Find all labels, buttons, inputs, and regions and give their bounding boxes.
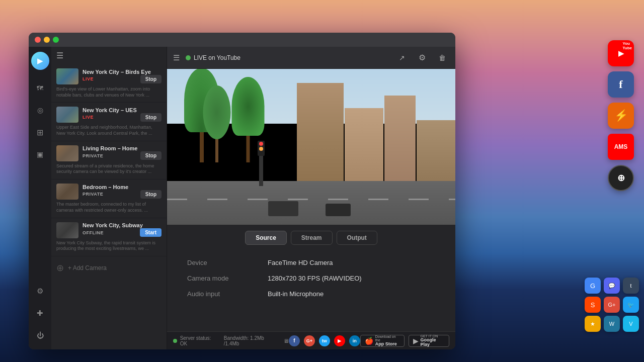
- video-panel: ☰ LIVE on YouTube ↗ ⚙ 🗑: [167, 47, 455, 349]
- camera-info: New York City – UES LIVE Stop: [83, 107, 162, 123]
- audio-input-label: Audio input: [187, 290, 268, 298]
- stop-button[interactable]: Stop: [140, 113, 162, 122]
- status-badge: Private: [83, 153, 103, 158]
- sidebar-icon-monitor[interactable]: ▣: [31, 145, 49, 163]
- stop-button[interactable]: Stop: [140, 190, 162, 199]
- mini-s-icon[interactable]: S: [585, 297, 601, 313]
- mini-app-dock: G 💬 t S G+ 🐦 ★ W V: [585, 278, 639, 332]
- store-badges: 🍎 Download on the App Store ▶ GET IT ON …: [360, 335, 449, 347]
- facebook-social-icon[interactable]: f: [289, 335, 300, 346]
- bandwidth-text: Bandwidth: 1.2Mb /1.4Mb: [224, 335, 278, 346]
- monitor-icon: 🖥: [283, 338, 289, 344]
- video-stream: [167, 69, 455, 225]
- camera-item[interactable]: New York City – Birds Eye LIVE Stop Bird…: [51, 64, 167, 103]
- camera-description: Upper East Side and neighborhood, Manhat…: [56, 125, 162, 136]
- google-play-badge[interactable]: ▶ GET IT ON Google Play: [409, 335, 450, 347]
- minimize-button[interactable]: [44, 37, 50, 43]
- mini-yellow-icon[interactable]: ★: [585, 316, 601, 332]
- mini-wordpress-icon[interactable]: W: [604, 316, 620, 332]
- app-logo[interactable]: ▶: [31, 52, 49, 70]
- status-indicator-dot: [173, 339, 177, 343]
- camera-thumbnail: [56, 184, 78, 200]
- stop-button[interactable]: Stop: [140, 75, 162, 83]
- sidebar-icon-plus[interactable]: ✚: [31, 304, 49, 322]
- mini-tumblr-icon[interactable]: t: [623, 278, 639, 294]
- server-status: Server status: OK Bandwidth: 1.2Mb /1.4M…: [173, 335, 289, 346]
- traffic-lights: [35, 37, 59, 43]
- mini-gplus-icon[interactable]: G+: [604, 297, 620, 313]
- share-icon[interactable]: ↗: [395, 51, 409, 65]
- sidebar-icon-location[interactable]: ◎: [31, 101, 49, 119]
- trash-icon[interactable]: 🗑: [435, 51, 449, 65]
- camera-info: New York City, Subway Offline Start: [83, 222, 162, 238]
- maximize-button[interactable]: [53, 37, 59, 43]
- ams-app-icon[interactable]: AMS: [608, 134, 634, 160]
- stop-button[interactable]: Stop: [140, 151, 162, 160]
- toolbar-right: ↗ ⚙ 🗑: [395, 51, 449, 65]
- sso-tabs: Source Stream Output: [167, 225, 455, 251]
- youtube-app-icon[interactable]: ▶ YouTube: [608, 40, 634, 66]
- google-play-big-text: Google Play: [421, 338, 445, 347]
- facebook-app-icon[interactable]: f: [608, 71, 634, 98]
- title-bar: [29, 33, 455, 47]
- camera-item[interactable]: Bedroom – Home Private Stop The master b…: [51, 179, 167, 218]
- stream-tab[interactable]: Stream: [291, 231, 333, 245]
- mini-vimeo-icon[interactable]: V: [623, 316, 639, 332]
- camera-thumbnail: [56, 68, 78, 84]
- live-status-dot: [186, 55, 191, 60]
- lightning-app-icon[interactable]: ⚡: [608, 103, 634, 129]
- sidebar-icon-grid[interactable]: ⊞: [31, 123, 49, 141]
- linkedin-social-icon[interactable]: in: [349, 335, 360, 346]
- camera-description: Bird's-eye view of Lower Manhattan, zoom…: [56, 86, 162, 98]
- main-content: ▶ 🗺 ◎ ⊞ ▣ ⚙ ✚ ⏻ ☰ New York City – Birds …: [29, 47, 455, 349]
- add-camera-label: + Add Camera: [68, 264, 107, 272]
- camera-name: Bedroom – Home: [83, 184, 162, 190]
- add-camera-button[interactable]: ⊕ + Add Camera: [51, 256, 167, 280]
- audio-input-row: Audio input Built-in Microphone: [187, 290, 435, 298]
- twitter-social-icon[interactable]: tw: [319, 335, 330, 346]
- status-badge: Offline: [83, 230, 104, 235]
- hamburger-icon[interactable]: ☰: [56, 51, 63, 60]
- source-tab[interactable]: Source: [245, 231, 287, 245]
- social-icons: f G+ tw ▶ in: [289, 335, 360, 346]
- menu-icon[interactable]: ☰: [173, 53, 180, 62]
- app-store-small-text: Download on the: [375, 335, 400, 342]
- status-badge: LIVE: [83, 115, 94, 120]
- sniper-app-icon[interactable]: ⊕: [608, 165, 634, 191]
- google-plus-social-icon[interactable]: G+: [304, 335, 315, 346]
- icon-sidebar: ▶ 🗺 ◎ ⊞ ▣ ⚙ ✚ ⏻: [29, 47, 51, 349]
- camera-mode-value: 644x362 30 FPS (RAWVIDEO): [268, 275, 362, 282]
- camera-description: New York City Subway, the rapid transit …: [56, 240, 162, 252]
- live-status-text: LIVE on YouTube: [194, 54, 240, 61]
- camera-name: New York City – UES: [83, 107, 162, 113]
- camera-name: New York City, Subway: [83, 222, 162, 228]
- sidebar-icon-map[interactable]: 🗺: [31, 79, 49, 97]
- toolbar-left: ☰: [173, 53, 180, 62]
- mini-chat-icon[interactable]: 💬: [604, 278, 620, 294]
- camera-list-panel: ☰ New York City – Birds Eye LIVE Stop Bi…: [51, 47, 167, 349]
- camera-name: Living Room – Home: [83, 145, 162, 151]
- start-button[interactable]: Start: [140, 228, 162, 237]
- camera-item[interactable]: New York City – UES LIVE Stop Upper East…: [51, 103, 167, 141]
- camera-mode-label: Camera mode: [187, 275, 268, 282]
- camera-description: Secured stream of a private residence, t…: [56, 163, 162, 175]
- close-button[interactable]: [35, 37, 41, 43]
- mini-twitter-icon[interactable]: 🐦: [623, 297, 639, 313]
- sidebar-icon-power[interactable]: ⏻: [31, 326, 49, 344]
- youtube-social-icon[interactable]: ▶: [334, 335, 345, 346]
- app-window: ▶ 🗺 ◎ ⊞ ▣ ⚙ ✚ ⏻ ☰ New York City – Birds …: [29, 33, 455, 349]
- camera-item[interactable]: New York City, Subway Offline Start New …: [51, 218, 167, 256]
- device-value: FaceTime HD Camera: [268, 259, 333, 266]
- status-badge: LIVE: [83, 76, 94, 81]
- camera-mode-row: Camera mode 644x362 30 FPS (RAWVIDEO): [187, 275, 435, 282]
- status-bar: Server status: OK Bandwidth: 1.2Mb /1.4M…: [167, 331, 455, 349]
- output-tab[interactable]: Output: [337, 231, 377, 245]
- settings-icon[interactable]: ⚙: [415, 51, 429, 65]
- live-indicator: LIVE on YouTube: [186, 54, 240, 61]
- mini-google-icon[interactable]: G: [585, 278, 601, 294]
- app-store-badge[interactable]: 🍎 Download on the App Store: [360, 335, 405, 347]
- sidebar-icon-settings[interactable]: ⚙: [31, 282, 49, 300]
- top-toolbar: ☰ LIVE on YouTube ↗ ⚙ 🗑: [167, 47, 455, 69]
- camera-item[interactable]: Living Room – Home Private Stop Secured …: [51, 141, 167, 179]
- camera-description: The master bedroom, connected to my list…: [56, 202, 162, 213]
